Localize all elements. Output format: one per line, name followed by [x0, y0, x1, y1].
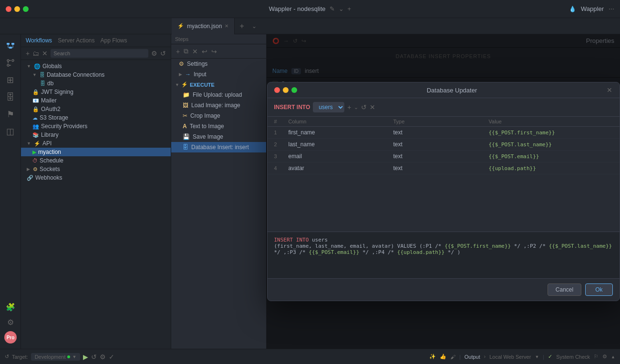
- tree-item-globals[interactable]: ▼ 🌐 Globals: [21, 62, 171, 71]
- tree-item-mailer[interactable]: 📧 Mailer: [21, 96, 171, 105]
- tab-myaction[interactable]: ⚡ myaction.json ✕: [172, 18, 235, 34]
- nav-database-icon[interactable]: 🗄: [3, 90, 18, 105]
- tree-item-myaction[interactable]: ▶ myaction: [21, 148, 171, 156]
- tree-item-library[interactable]: 📚 Library: [21, 131, 171, 139]
- step-input[interactable]: ▶ → Input: [171, 69, 266, 80]
- ok-button[interactable]: Ok: [585, 283, 612, 296]
- tree-item-api[interactable]: ▼ ⚡ API: [21, 139, 171, 148]
- nav-settings-icon[interactable]: ⚙: [3, 314, 18, 330]
- magic-icon[interactable]: ✨: [429, 354, 436, 360]
- nav-workflows-icon[interactable]: [3, 38, 18, 53]
- nav-avatar-icon[interactable]: Pro: [3, 330, 18, 345]
- steps-copy-icon[interactable]: ⧉: [183, 46, 189, 56]
- tree-item-oauth2[interactable]: 🔒 OAuth2: [21, 105, 171, 113]
- modal-tl-yellow[interactable]: [283, 87, 289, 93]
- status-right: ✨ 👍 🖌 | Output › Local Web Server ▼ | ✓ …: [429, 354, 615, 360]
- sidebar-search-bar: + 🗂 ✕ ⚙ ↺: [21, 47, 171, 60]
- tree-item-sockets[interactable]: ▶ ⚙ Sockets: [21, 165, 171, 173]
- sidebar-tab-workflows[interactable]: Workflows: [26, 37, 52, 44]
- brush-icon[interactable]: 🖌: [450, 354, 455, 360]
- tl-green[interactable]: [23, 6, 29, 12]
- steps-redo-icon[interactable]: ↪: [210, 47, 218, 56]
- reload-icon[interactable]: ↺: [91, 353, 97, 361]
- system-check-label[interactable]: System Check: [556, 354, 590, 360]
- run-icon[interactable]: ▶: [83, 353, 88, 361]
- save-image-icon: 💾: [183, 133, 190, 140]
- file-tree: ▼ 🌐 Globals ▼ 🗄 Database Connections 🗄 d…: [21, 60, 171, 349]
- tree-item-s3[interactable]: ☁ S3 Storage: [21, 113, 171, 122]
- column-options-icon[interactable]: ⌄: [354, 104, 358, 111]
- tree-item-jwt[interactable]: 🔒 JWT Signing: [21, 88, 171, 96]
- table-row[interactable]: 2 last_name text {{$_POST.last_name}}: [268, 139, 620, 151]
- chevron-down-icon[interactable]: ⌄: [339, 5, 344, 12]
- tab-close-icon[interactable]: ✕: [225, 23, 228, 29]
- step-text-to-image[interactable]: A Text to Image: [171, 121, 266, 131]
- output-label[interactable]: Output: [465, 354, 480, 360]
- tree-item-db[interactable]: 🗄 db: [21, 79, 171, 88]
- nav-extensions-icon[interactable]: 🧩: [3, 299, 18, 314]
- tl-yellow[interactable]: [14, 6, 20, 12]
- step-db-insert[interactable]: 🗄 Database Insert: insert: [171, 142, 266, 152]
- tree-item-webhooks[interactable]: 🔗 Webhooks: [21, 173, 171, 182]
- search-input[interactable]: [51, 49, 148, 58]
- nav-git-icon[interactable]: [3, 55, 18, 71]
- sql-columns: (first_name, last_name, email, avatar) V…: [274, 243, 445, 249]
- sidebar-tab-app-flows[interactable]: App Flows: [101, 37, 127, 44]
- cancel-button[interactable]: Cancel: [548, 283, 581, 296]
- tl-red[interactable]: [6, 6, 11, 12]
- table-row[interactable]: 4 avatar text {{upload.path}}: [268, 162, 620, 174]
- workflow-icon[interactable]: ⚙: [100, 353, 106, 361]
- table-row[interactable]: 3 email text {{$_POST.email}}: [268, 151, 620, 162]
- check-mark-icon: ✓: [548, 354, 552, 360]
- menu-icon[interactable]: ⋯: [609, 6, 614, 12]
- nav-routes-icon[interactable]: ⚑: [3, 107, 18, 122]
- delete-icon[interactable]: ✕: [42, 50, 48, 57]
- schedule-icon: ⏱: [32, 158, 38, 163]
- step-label: Database Insert: insert: [191, 144, 249, 151]
- steps-undo-icon[interactable]: ↩: [201, 47, 208, 56]
- modal-tl-green[interactable]: [291, 87, 297, 93]
- nav-layers-icon[interactable]: ◫: [3, 124, 18, 139]
- step-load-image[interactable]: 🖼 Load Image: image: [171, 100, 266, 111]
- row-value-1: {{$_POST.first_name}}: [489, 130, 620, 136]
- sidebar-tab-server-actions[interactable]: Server Actions: [58, 37, 94, 44]
- check-icon[interactable]: ✓: [109, 353, 114, 361]
- tree-item-db-connections[interactable]: ▼ 🗄 Database Connections: [21, 71, 171, 79]
- add-folder-icon[interactable]: 🗂: [32, 50, 39, 57]
- steps-add-icon[interactable]: +: [175, 47, 181, 56]
- close-modal-icon[interactable]: ✕: [370, 103, 375, 111]
- step-settings[interactable]: ⚙ Settings: [171, 59, 266, 69]
- tree-item-security[interactable]: 👥 Security Providers: [21, 122, 171, 131]
- sql-sep2: */ ,:P3 /*: [274, 249, 309, 255]
- steps-delete-icon[interactable]: ✕: [191, 47, 199, 56]
- chevron-up-icon[interactable]: ▲: [611, 354, 615, 359]
- edit-icon[interactable]: ✎: [330, 5, 335, 12]
- refresh-status-icon[interactable]: ↺: [5, 354, 9, 360]
- modal-tl-red[interactable]: [274, 87, 280, 93]
- tree-item-schedule[interactable]: ⏱ Schedule: [21, 156, 171, 165]
- env-badge[interactable]: Development ▼: [31, 353, 81, 361]
- step-execute-section[interactable]: ▼ ⚡ EXECUTE: [171, 80, 266, 90]
- add-tab-icon[interactable]: +: [348, 5, 351, 12]
- step-crop-image[interactable]: ✂ Crop Image: [171, 111, 266, 121]
- table-selector[interactable]: users: [313, 102, 344, 112]
- step-file-upload[interactable]: 📁 File Upload: upload: [171, 90, 266, 100]
- row-type-1: text: [393, 129, 489, 136]
- nav-components-icon[interactable]: ⊞: [3, 72, 18, 88]
- add-column-icon[interactable]: +: [347, 103, 351, 111]
- step-label: Settings: [187, 61, 207, 67]
- thumbsup-icon[interactable]: 👍: [440, 354, 446, 360]
- refresh-icon[interactable]: ↺: [160, 50, 166, 57]
- refresh-query-icon[interactable]: ↺: [361, 103, 367, 111]
- svg-text:Pro: Pro: [6, 335, 14, 340]
- settings-icon[interactable]: ⚙: [151, 50, 157, 57]
- settings-status-icon[interactable]: ⚙: [602, 354, 607, 360]
- table-row[interactable]: 1 first_name text {{$_POST.first_name}}: [268, 127, 620, 139]
- tab-add-button[interactable]: +: [235, 22, 248, 30]
- modal-close-button[interactable]: ✕: [607, 86, 612, 94]
- row-value-4: {{upload.path}}: [489, 165, 620, 172]
- add-item-icon[interactable]: +: [26, 50, 30, 57]
- wand-icon[interactable]: ⚐: [594, 354, 599, 360]
- tab-chevron-icon[interactable]: ⌄: [249, 23, 259, 30]
- step-save-image[interactable]: 💾 Save Image: [171, 131, 266, 142]
